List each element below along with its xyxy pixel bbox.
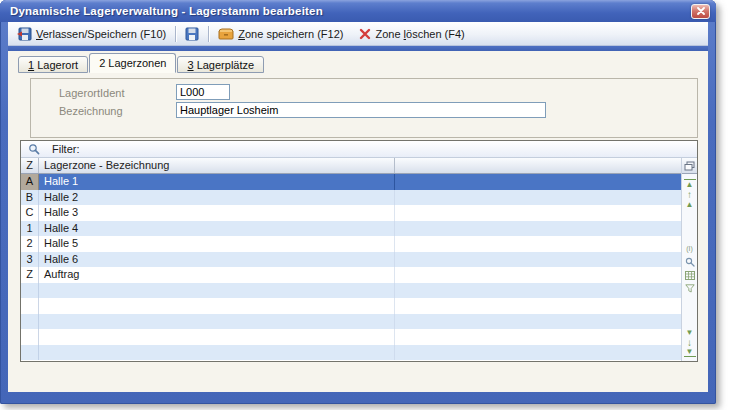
column-chooser-icon — [684, 161, 695, 171]
table-row-empty[interactable] — [21, 329, 681, 345]
lagerzonen-table-panel: Filter: Z Lagerzone - Bezeichnung A Hall… — [20, 140, 698, 362]
search-icon[interactable] — [685, 257, 695, 267]
cell-filler — [395, 190, 681, 206]
filter-magnifier-icon — [28, 143, 40, 155]
cell-zone-code: Z — [21, 267, 39, 283]
cell-zone-name: Halle 2 — [39, 190, 395, 206]
close-button[interactable] — [691, 4, 710, 19]
filter-bar: Filter: — [21, 141, 697, 158]
table-row[interactable]: 1 Halle 4 — [21, 221, 681, 237]
table-row-selected[interactable]: A Halle 1 — [21, 174, 681, 190]
cell-filler — [395, 267, 681, 283]
cell-filler — [395, 252, 681, 268]
table-row-empty[interactable] — [21, 283, 681, 299]
save-icon — [185, 27, 199, 41]
app-window: Dynamische Lagerverwaltung - Lagerstamm … — [0, 0, 716, 404]
zone-delete-label: Zone löschen (F4) — [375, 24, 464, 44]
lagerort-group: LagerortIdent L000 Bezeichnung Hauptlage… — [30, 78, 698, 138]
zone-save-icon — [218, 27, 234, 40]
lagerort-ident-field[interactable]: L000 — [176, 84, 230, 100]
table-row[interactable]: 3 Halle 6 — [21, 252, 681, 268]
table-row[interactable]: 2 Halle 5 — [21, 236, 681, 252]
window-title: Dynamische Lagerverwaltung - Lagerstamm … — [10, 5, 691, 17]
grid-nav-strip: ▲ ↑ ▲ (I) — [681, 158, 697, 361]
table-row[interactable]: Z Auftrag — [21, 267, 681, 283]
table-row-empty[interactable] — [21, 298, 681, 314]
cell-zone-code: 1 — [21, 221, 39, 237]
grid-sum-icon[interactable] — [685, 271, 695, 280]
column-chooser-button[interactable] — [682, 158, 697, 174]
table-row[interactable]: C Halle 3 — [21, 205, 681, 221]
toolbar-separator — [175, 26, 176, 42]
table-row[interactable]: B Halle 2 — [21, 190, 681, 206]
toolbar-separator — [208, 26, 209, 42]
header-filler — [395, 158, 681, 173]
grid: Z Lagerzone - Bezeichnung A Halle 1 B Ha… — [21, 158, 681, 361]
cell-zone-name: Halle 3 — [39, 205, 395, 221]
header-zone-name[interactable]: Lagerzone - Bezeichnung — [39, 158, 395, 173]
page-down-icon[interactable]: ↓ — [684, 337, 696, 347]
close-icon — [697, 7, 705, 15]
titlebar[interactable]: Dynamische Lagerverwaltung - Lagerstamm … — [0, 0, 716, 22]
header-zone-code[interactable]: Z — [21, 158, 39, 173]
zone-delete-button[interactable]: Zone löschen (F4) — [354, 24, 469, 44]
zone-save-button[interactable]: Zone speichern (F12) — [213, 24, 348, 44]
save-exit-icon — [17, 27, 32, 41]
page-up-icon[interactable]: ↑ — [684, 189, 696, 199]
cell-zone-code: C — [21, 205, 39, 221]
cell-zone-code: 2 — [21, 236, 39, 252]
cell-zone-name: Halle 1 — [39, 174, 395, 190]
prev-row-icon[interactable]: ▲ — [684, 199, 696, 209]
goto-last-row-icon[interactable]: ▼ — [684, 347, 696, 357]
tab-lagerort[interactable]: 1 Lagerort — [18, 56, 88, 73]
cell-zone-name: Halle 5 — [39, 236, 395, 252]
cell-zone-code: B — [21, 190, 39, 206]
bezeichnung-field[interactable]: Hauptlager Losheim — [176, 102, 546, 118]
screenshot: Dynamische Lagerverwaltung - Lagerstamm … — [0, 0, 732, 410]
table-row-empty[interactable] — [21, 314, 681, 330]
zone-save-label: Zone speichern (F12) — [238, 24, 343, 44]
cell-filler — [395, 205, 681, 221]
cell-zone-name: Auftrag — [39, 267, 395, 283]
cell-filler — [395, 236, 681, 252]
delete-x-icon — [359, 28, 371, 40]
tab-strip: 1 Lagerort 2 Lagerzonen 3 Lagerplätze — [18, 53, 265, 73]
save-button[interactable] — [180, 24, 204, 44]
toolbar: Verlassen/Speichern (F10) Zone speichern… — [8, 22, 708, 46]
cell-zone-code: 3 — [21, 252, 39, 268]
lagerort-ident-label: LagerortIdent — [59, 87, 124, 99]
cell-zone-code: A — [21, 174, 39, 190]
next-row-icon[interactable]: ▼ — [684, 327, 696, 337]
table-header[interactable]: Z Lagerzone - Bezeichnung — [21, 158, 681, 174]
save-exit-button[interactable]: Verlassen/Speichern (F10) — [12, 24, 171, 44]
cell-filler — [395, 221, 681, 237]
filter-funnel-icon[interactable] — [685, 284, 695, 293]
bezeichnung-label: Bezeichnung — [59, 105, 123, 117]
content-area: 1 Lagerort 2 Lagerzonen 3 Lagerplätze La… — [8, 51, 708, 392]
card-view-icon[interactable]: (I) — [686, 244, 693, 253]
goto-first-row-icon[interactable]: ▲ — [684, 179, 696, 189]
filter-label: Filter: — [52, 143, 80, 155]
cell-zone-name: Halle 6 — [39, 252, 395, 268]
save-exit-label: Verlassen/Speichern (F10) — [36, 24, 166, 44]
tab-lagerplaetze[interactable]: 3 Lagerplätze — [177, 56, 264, 73]
cell-zone-name: Halle 4 — [39, 221, 395, 237]
table-row-empty[interactable] — [21, 345, 681, 361]
tab-lagerzonen[interactable]: 2 Lagerzonen — [89, 53, 176, 73]
cell-filler — [395, 174, 681, 190]
